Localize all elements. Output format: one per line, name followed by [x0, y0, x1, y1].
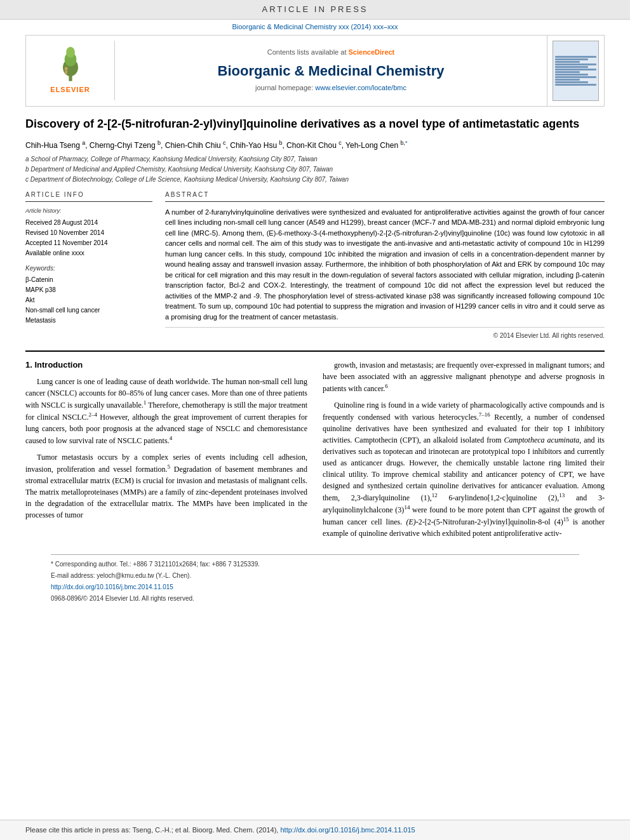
intro-body-left: Lung cancer is one of leading cause of d…	[25, 376, 307, 521]
thumb-line-12	[555, 84, 596, 86]
elsevier-brand-text: ELSEVIER	[50, 85, 90, 95]
intro-para-4: Quinoline ring is found in a wide variet…	[323, 399, 605, 539]
keyword-4: Non-small cell lung cancer	[25, 306, 152, 315]
contents-label: Contents lists available at	[267, 48, 349, 56]
abstract-col: ABSTRACT A number of 2-furanylvinylquino…	[165, 190, 605, 341]
journal-thumbnail-section	[547, 36, 604, 106]
elsevier-tree-icon	[51, 46, 90, 84]
revised-date: Revised 10 November 2014	[25, 229, 152, 237]
authors-line: Chih-Hua Tseng a, Cherng-Chyi Tzeng b, C…	[25, 139, 605, 151]
keywords-section: Keywords: β-Catenin MAPK p38 Akt Non-sma…	[25, 264, 152, 325]
available-date: Available online xxxx	[25, 249, 152, 258]
journal-homepage: journal homepage: www.elsevier.com/locat…	[128, 83, 534, 93]
article-history: Received 28 August 2014 Revised 10 Novem…	[25, 218, 152, 258]
homepage-link[interactable]: www.elsevier.com/locate/bmc	[315, 84, 406, 91]
thumb-line-6	[555, 69, 596, 70]
elsevier-logo: ELSEVIER	[50, 46, 90, 95]
thumb-line-4	[555, 63, 596, 65]
cite-text: Please cite this article in press as: Ts…	[25, 826, 278, 834]
article-title: Discovery of 2-[2-(5-nitrofuran-2-yl)vin…	[25, 117, 605, 131]
keywords-label: Keywords:	[25, 264, 152, 273]
keyword-2: MAPK p38	[25, 286, 152, 295]
journal-info-center: Contents lists available at ScienceDirec…	[115, 41, 547, 100]
affil-a: a School of Pharmacy, College of Pharmac…	[25, 155, 605, 164]
introduction-section: 1. Introduction Lung cancer is one of le…	[25, 359, 605, 544]
keyword-5: Metastasis	[25, 316, 152, 325]
thumb-line-9	[555, 76, 596, 78]
email-note: E-mail address: yeloch@kmu.edu.tw (Y.-L.…	[51, 571, 579, 580]
article-info-abstract-row: ARTICLE INFO Article history: Received 2…	[25, 190, 605, 341]
intro-left-col: 1. Introduction Lung cancer is one of le…	[25, 359, 307, 544]
intro-para-3: growth, invasion and metastasis; are fre…	[323, 359, 605, 394]
thumb-line-7	[555, 71, 580, 73]
thumb-line-5	[555, 66, 588, 68]
svg-point-4	[64, 67, 67, 70]
thumb-line-3	[555, 61, 580, 63]
homepage-label: journal homepage:	[255, 84, 315, 91]
article-history-label: Article history:	[25, 207, 152, 215]
cite-bar: Please cite this article in press as: Ts…	[0, 820, 630, 840]
footer-area: * Corresponding author. Tel.: +886 7 312…	[51, 554, 579, 603]
thumb-line-2	[555, 58, 588, 60]
thumb-line-11	[555, 81, 588, 83]
article-content: Discovery of 2-[2-(5-nitrofuran-2-yl)vin…	[25, 107, 605, 614]
affil-b: b Department of Medicinal and Applied Ch…	[25, 165, 605, 174]
journal-header: ELSEVIER Contents lists available at Sci…	[25, 35, 605, 107]
thumb-line-8	[555, 74, 588, 76]
thumb-content	[555, 55, 596, 86]
doi-link[interactable]: http://dx.doi.org/10.1016/j.bmc.2014.11.…	[51, 583, 579, 592]
journal-thumbnail	[553, 41, 599, 101]
article-info-col: ARTICLE INFO Article history: Received 2…	[25, 190, 152, 341]
received-date: Received 28 August 2014	[25, 218, 152, 227]
abstract-header: ABSTRACT	[165, 190, 605, 202]
affiliations: a School of Pharmacy, College of Pharmac…	[25, 155, 605, 184]
keyword-1: β-Catenin	[25, 276, 152, 284]
copyright-line: © 2014 Elsevier Ltd. All rights reserved…	[165, 327, 605, 340]
cite-doi-link[interactable]: http://dx.doi.org/10.1016/j.bmc.2014.11.…	[280, 826, 415, 834]
thumb-line-1	[555, 56, 596, 58]
svg-rect-5	[65, 70, 67, 74]
section-divider	[25, 350, 605, 352]
article-info-header: ARTICLE INFO	[25, 190, 152, 202]
journal-title: Bioorganic & Medicinal Chemistry	[128, 62, 534, 81]
corresponding-note: * Corresponding author. Tel.: +886 7 312…	[51, 560, 579, 569]
elsevier-logo-section: ELSEVIER	[26, 41, 115, 100]
thumb-line-10	[555, 79, 580, 81]
svg-point-3	[66, 47, 75, 58]
intro-title: 1. Introduction	[25, 359, 307, 371]
intro-body-right: growth, invasion and metastasis; are fre…	[323, 359, 605, 539]
abstract-text: A number of 2-furanylvinylquinoline deri…	[165, 207, 605, 323]
sciencedirect-line: Contents lists available at ScienceDirec…	[128, 48, 534, 57]
keyword-3: Akt	[25, 296, 152, 305]
intro-para-1: Lung cancer is one of leading cause of d…	[25, 376, 307, 446]
accepted-date: Accepted 11 November 2014	[25, 239, 152, 248]
intro-right-col: growth, invasion and metastasis; are fre…	[323, 359, 605, 544]
sciencedirect-link[interactable]: ScienceDirect	[349, 48, 395, 56]
affil-c: c Department of Biotechnology, College o…	[25, 175, 605, 184]
journal-info-bar: Bioorganic & Medicinal Chemistry xxx (20…	[0, 20, 630, 34]
intro-para-2: Tumor metastasis occurs by a complex ser…	[25, 451, 307, 521]
article-in-press-banner: ARTICLE IN PRESS	[0, 0, 630, 20]
footer-copyright: 0968-0896/© 2014 Elsevier Ltd. All right…	[51, 594, 579, 603]
